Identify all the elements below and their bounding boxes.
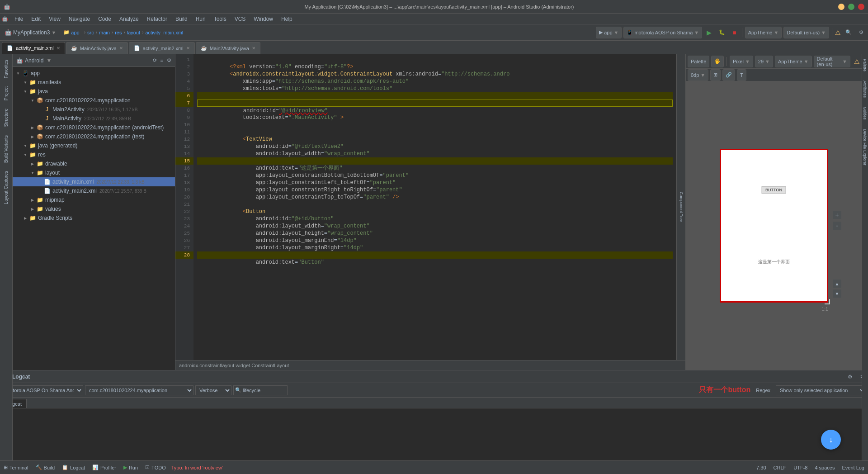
menu-run[interactable]: Run bbox=[192, 15, 209, 23]
zoom-out-button[interactable]: - bbox=[833, 221, 842, 230]
profiler-tab[interactable]: 📊 Profiler bbox=[92, 465, 116, 470]
build-tab[interactable]: 🔨 Build bbox=[36, 465, 55, 470]
pixel-selector[interactable]: Pixel ▼ bbox=[730, 56, 753, 67]
locale-selector[interactable]: Default (en-us) ▼ bbox=[814, 56, 850, 67]
tab-mainactivity-java[interactable]: ☕ MainActivity.java ✕ bbox=[66, 42, 128, 54]
status-crlf[interactable]: CRLF bbox=[774, 465, 787, 470]
show-only-selector[interactable]: Show only selected application bbox=[776, 385, 866, 395]
run-button[interactable]: ▶ bbox=[704, 27, 714, 38]
status-charset[interactable]: UTF-8 bbox=[793, 465, 807, 470]
tab-close-3[interactable]: ✕ bbox=[252, 46, 255, 51]
menu-code[interactable]: Code bbox=[94, 15, 115, 23]
build-variants-tab[interactable]: Build Variants bbox=[2, 132, 10, 166]
preview-constraint-btn[interactable]: 🔗 bbox=[722, 69, 735, 81]
menu-navigate[interactable]: Navigate bbox=[65, 15, 94, 23]
logcat-fab[interactable]: ↓ bbox=[821, 430, 841, 450]
logcat-status-tab[interactable]: 📋 Logcat bbox=[62, 465, 85, 470]
todo-tab[interactable]: ☑ TODO bbox=[145, 465, 166, 470]
tree-main2activity[interactable]: J Main2Activity 2020/7/12 16:35, 1.17 kB bbox=[13, 105, 175, 114]
debug-button[interactable]: 🐛 bbox=[716, 27, 728, 38]
tree-test[interactable]: ▶ 📦 com.c201801020224.myapplication (tes… bbox=[13, 132, 175, 141]
tab-close-1[interactable]: ✕ bbox=[119, 46, 123, 51]
gear-icon2[interactable]: ⚙ bbox=[167, 57, 171, 63]
tree-android-test[interactable]: ▶ 📦 com.c201801020224.myapplication (and… bbox=[13, 123, 175, 132]
theme-btn[interactable]: AppTheme ▼ bbox=[745, 27, 782, 38]
menu-build[interactable]: Build bbox=[172, 15, 191, 23]
preview-offset-btn[interactable]: 0dp ▼ bbox=[688, 69, 708, 81]
run-config-btn[interactable]: ▶ app ▼ bbox=[596, 27, 622, 38]
device-selector-btn[interactable]: 📱 motorola AOSP on Shama ▼ bbox=[623, 27, 702, 38]
theme-selector[interactable]: AppTheme ▼ bbox=[775, 56, 812, 67]
preview-text-btn[interactable]: T bbox=[737, 69, 746, 81]
tab-close-0[interactable]: ✕ bbox=[57, 46, 60, 51]
component-tree-button[interactable]: Component Tree bbox=[676, 54, 685, 360]
locale-btn[interactable]: Default (en-us) ▼ bbox=[783, 27, 829, 38]
collapse-icon[interactable]: ≡ bbox=[160, 58, 163, 63]
menu-file[interactable]: File bbox=[11, 15, 27, 23]
project-tab[interactable]: Project bbox=[2, 83, 10, 104]
layout-captures-tab[interactable]: Layout Captures bbox=[2, 167, 10, 208]
preview-pan-btn[interactable]: 🖐 bbox=[711, 56, 724, 67]
status-indent[interactable]: 4 spaces bbox=[815, 465, 835, 470]
guides-rtab[interactable]: Guides bbox=[862, 102, 868, 124]
device-selector[interactable]: Motorola AOSP On Shama Andr bbox=[2, 385, 83, 395]
menu-tools[interactable]: Tools bbox=[210, 15, 230, 23]
menu-window[interactable]: Window bbox=[250, 15, 277, 23]
tree-manifests[interactable]: ▼ 📁 manifests bbox=[13, 78, 175, 87]
menu-vcs[interactable]: VCS bbox=[231, 15, 250, 23]
menu-refactor[interactable]: Refactor bbox=[143, 15, 171, 23]
logcat-search-input[interactable] bbox=[233, 385, 288, 395]
tree-drawable[interactable]: ▶ 📁 drawable bbox=[13, 159, 175, 168]
search-everywhere-btn[interactable]: 🔍 bbox=[843, 27, 854, 38]
editor-content: 1 2 3 4 5 6 7 8 9 10 11 12 13 14 15 16 1… bbox=[175, 54, 685, 360]
project-name-btn[interactable]: 🤖 MyApplication3 ▼ bbox=[2, 27, 59, 38]
maximize-button[interactable] bbox=[848, 4, 854, 10]
tree-activity-main[interactable]: 📄 activity_main.xml 2020/7/12 22:33, 1.3… bbox=[13, 177, 175, 186]
tab-close-2[interactable]: ✕ bbox=[186, 46, 190, 51]
settings-btn[interactable]: ⚙ bbox=[856, 27, 866, 38]
api-selector[interactable]: 29 ▼ bbox=[755, 56, 773, 67]
tree-app[interactable]: ▼ 📱 app bbox=[13, 69, 175, 78]
tab-activity-main2-xml[interactable]: 📄 activity_main2.xml ✕ bbox=[129, 42, 195, 54]
tree-com-package[interactable]: ▼ 📦 com.c201801020224.myapplication bbox=[13, 96, 175, 105]
preview-snap-btn[interactable]: ⊞ bbox=[710, 69, 721, 81]
favorites-tab[interactable]: Favorites bbox=[2, 56, 10, 82]
palette-rtab[interactable]: Palette bbox=[862, 54, 868, 76]
resource-explorer-rtab[interactable]: Device File Explorer bbox=[862, 124, 868, 170]
menu-edit[interactable]: Edit bbox=[28, 15, 44, 23]
tree-gradle[interactable]: ▶ 📁 Gradle Scripts bbox=[13, 213, 175, 223]
scroll-down-button[interactable]: ▼ bbox=[833, 289, 842, 298]
menu-view[interactable]: View bbox=[45, 15, 64, 23]
close-button[interactable] bbox=[858, 4, 864, 10]
structure-tab[interactable]: Structure bbox=[2, 105, 10, 131]
tree-mipmap[interactable]: ▶ 📁 mipmap bbox=[13, 195, 175, 204]
tree-activity-main2[interactable]: 📄 activity_main2.xml 2020/7/12 15:57, 83… bbox=[13, 186, 175, 195]
tree-values[interactable]: ▶ 📁 values bbox=[13, 204, 175, 213]
minimize-button[interactable] bbox=[838, 4, 844, 10]
profiler-label: Profiler bbox=[100, 465, 116, 470]
tree-java[interactable]: ▼ 📁 java bbox=[13, 87, 175, 96]
preview-palette-btn[interactable]: Palette bbox=[688, 56, 709, 67]
logcat-settings-icon[interactable]: ⚙ bbox=[848, 374, 853, 380]
run-tab[interactable]: ▶ Run bbox=[123, 465, 138, 470]
scroll-up-button[interactable]: ▲ bbox=[833, 279, 842, 288]
sync-icon[interactable]: ⟳ bbox=[153, 57, 157, 63]
app-module-btn[interactable]: 📁 app bbox=[61, 27, 82, 38]
tree-java-generated[interactable]: ▼ 📁 java (generated) bbox=[13, 141, 175, 150]
zoom-in-button[interactable]: + bbox=[833, 210, 842, 219]
code-editor[interactable]: <?xml version="1.0" encoding="utf-8"?> <… bbox=[193, 54, 676, 360]
package-selector[interactable]: com.c201801020224.myapplication bbox=[85, 385, 193, 395]
tab-main2activity-java[interactable]: ☕ Main2Activity.java ✕ bbox=[196, 42, 260, 54]
resize-handle[interactable] bbox=[825, 299, 830, 304]
level-selector[interactable]: Verbose bbox=[195, 385, 231, 395]
status-event-log[interactable]: Event Log bbox=[842, 465, 864, 470]
tree-layout[interactable]: ▼ 📁 layout bbox=[13, 168, 175, 177]
menu-help[interactable]: Help bbox=[278, 15, 296, 23]
tab-activity-main-xml[interactable]: 📄 activity_main.xml ✕ bbox=[2, 42, 65, 54]
tree-mainactivity[interactable]: J MainActivity 2020/7/12 22:49, 859 B bbox=[13, 114, 175, 123]
menu-analyze[interactable]: Analyze bbox=[116, 15, 142, 23]
terminal-tab[interactable]: ⊞ Terminal bbox=[4, 465, 28, 470]
attributes-rtab[interactable]: Attributes bbox=[862, 76, 868, 102]
stop-button[interactable]: ■ bbox=[730, 27, 739, 38]
tree-res[interactable]: ▼ 📁 res bbox=[13, 150, 175, 159]
